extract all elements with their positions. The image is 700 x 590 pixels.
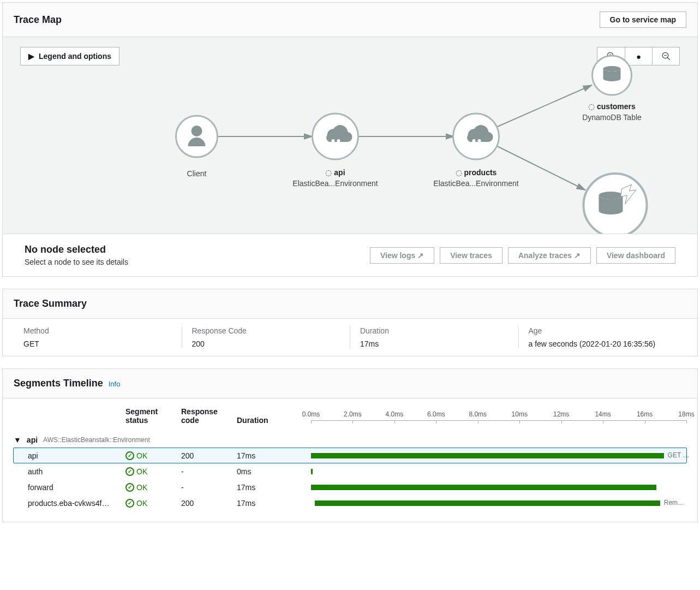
segment-status: OK	[125, 467, 181, 476]
method-value: GET	[23, 339, 172, 348]
segment-response: -	[181, 467, 237, 476]
svg-point-33	[599, 192, 623, 199]
svg-point-12	[192, 126, 202, 136]
ok-icon	[125, 483, 134, 492]
segment-duration: 0ms	[237, 467, 311, 476]
node-client[interactable]: Client	[176, 116, 218, 178]
footer-title: No node selected	[25, 244, 128, 255]
timeline-axis: 0.0ms2.0ms4.0ms6.0ms8.0ms10ms12ms14ms16m…	[311, 410, 686, 425]
segment-bar	[311, 484, 686, 491]
node-api[interactable]: ◌ api ElasticBea...Environment	[292, 114, 378, 188]
panel-title: Trace Map	[14, 14, 62, 26]
segment-response: 200	[181, 451, 237, 460]
segment-bar	[311, 468, 686, 475]
response-code-label: Response Code	[192, 326, 340, 335]
col-header-response: Response code	[181, 407, 237, 425]
go-to-service-map-button[interactable]: Go to service map	[600, 11, 686, 28]
svg-text:ElasticBea...Environment: ElasticBea...Environment	[292, 179, 378, 188]
external-link-icon: ↗	[574, 251, 581, 260]
segment-name: api	[14, 451, 125, 460]
svg-text:◌ products: ◌ products	[456, 168, 497, 177]
segment-group-type: AWS::ElasticBeanstalk::Environment	[43, 436, 150, 444]
view-traces-button[interactable]: View traces	[440, 247, 502, 264]
external-link-icon: ↗	[417, 251, 424, 260]
segment-status: OK	[125, 451, 181, 460]
svg-text:◌ customers: ◌ customers	[588, 102, 636, 111]
duration-label: Duration	[360, 326, 508, 335]
panel-title: Segments Timeline	[14, 378, 103, 389]
svg-text:ElasticBea...Environment: ElasticBea...Environment	[433, 179, 519, 188]
segment-bar: GET …	[311, 452, 686, 460]
view-logs-button[interactable]: View logs ↗	[370, 247, 434, 264]
svg-line-9	[496, 85, 592, 127]
node-database[interactable]	[584, 174, 647, 234]
svg-point-29	[603, 66, 621, 71]
svg-text:Client: Client	[187, 169, 207, 178]
segment-name: products.eba-cvkws4f…	[14, 499, 125, 508]
panel-title: Trace Summary	[14, 298, 87, 309]
method-label: Method	[23, 326, 172, 335]
segments-timeline-panel: Segments Timeline Info Segment status Re…	[2, 368, 698, 522]
response-code-value: 200	[192, 339, 340, 348]
segment-duration: 17ms	[237, 451, 311, 460]
footer-subtitle: Select a node to see its details	[25, 258, 128, 266]
info-link[interactable]: Info	[109, 380, 121, 388]
svg-text:◌ api: ◌ api	[325, 168, 345, 177]
svg-text:DynamoDB Table: DynamoDB Table	[582, 113, 642, 122]
trace-summary-panel: Trace Summary Method GET Response Code 2…	[2, 289, 698, 356]
segment-group-name: api	[27, 436, 38, 444]
trace-map-panel: Trace Map Go to service map ▶ Legend and…	[2, 2, 698, 277]
chevron-down-icon[interactable]: ▼	[14, 436, 21, 444]
segment-response: -	[181, 483, 237, 492]
col-header-duration: Duration	[237, 416, 311, 425]
segment-name: auth	[14, 467, 125, 476]
duration-value: 17ms	[360, 339, 508, 348]
ok-icon	[125, 467, 134, 476]
node-customers[interactable]: ◌ customers DynamoDB Table	[582, 56, 642, 122]
segment-status: OK	[125, 499, 181, 508]
segment-duration: 17ms	[237, 499, 311, 508]
trace-map-canvas[interactable]: ▶ Legend and options ●	[3, 37, 697, 234]
age-value: a few seconds (2022-01-20 16:35:56)	[529, 339, 677, 348]
ok-icon	[125, 499, 134, 508]
segment-duration: 17ms	[237, 483, 311, 492]
age-label: Age	[529, 326, 677, 335]
timeline-row[interactable]: authOK-0ms	[14, 463, 686, 479]
segment-bar: Rem…	[311, 499, 686, 507]
segment-status: OK	[125, 483, 181, 492]
col-header-status: Segment status	[125, 407, 181, 425]
timeline-row[interactable]: forwardOK-17ms	[14, 479, 686, 495]
ok-icon	[125, 451, 134, 460]
segment-response: 200	[181, 499, 237, 508]
view-dashboard-button[interactable]: View dashboard	[596, 247, 675, 264]
analyze-traces-button[interactable]: Analyze traces ↗	[508, 247, 591, 264]
timeline-row[interactable]: products.eba-cvkws4f…OK20017msRem…	[14, 495, 686, 511]
segment-name: forward	[14, 483, 125, 492]
timeline-row[interactable]: apiOK20017msGET …	[13, 448, 687, 463]
